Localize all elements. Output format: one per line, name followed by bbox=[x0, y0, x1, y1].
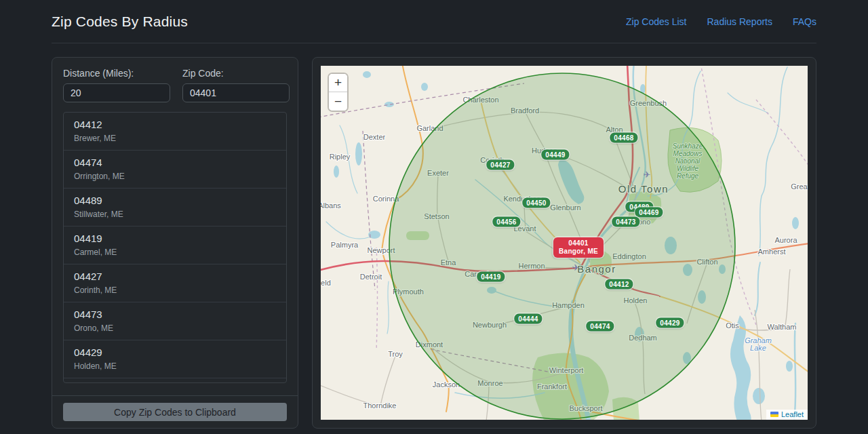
zip-city-text: Holden, ME bbox=[74, 361, 276, 371]
distance-field-group: Distance (Miles): bbox=[63, 68, 170, 102]
center-marker-zip: 04401 bbox=[559, 239, 598, 248]
zip-city-text: Orono, ME bbox=[74, 323, 276, 333]
map[interactable]: CharlestonBradfordGreenbushDexterGarland… bbox=[321, 66, 808, 420]
zip-marker-04401-center[interactable]: 04401Bangor, ME bbox=[553, 237, 604, 258]
zip-code-text: 04412 bbox=[74, 119, 276, 130]
zip-code-text: 04427 bbox=[74, 271, 276, 282]
zip-marker-04429[interactable]: 04429 bbox=[656, 318, 684, 328]
town-label-detroit: Detroit bbox=[360, 273, 382, 281]
zip-marker-04427[interactable]: 04427 bbox=[486, 160, 514, 170]
zip-list[interactable]: 04412Brewer, ME04474Orrington, ME04489St… bbox=[63, 112, 287, 383]
town-label-aurora: Aurora bbox=[774, 236, 797, 244]
app-header: Zip Codes By Radius Zip Codes ListRadius… bbox=[52, 0, 816, 43]
zip-code-text: 04474 bbox=[74, 157, 276, 168]
town-label-pittsfield: Pittsfield bbox=[321, 279, 331, 287]
map-zoom-control: + − bbox=[329, 74, 347, 111]
zip-marker-04468[interactable]: 04468 bbox=[610, 133, 637, 143]
town-label-palmyra: Palmyra bbox=[331, 241, 359, 249]
distance-input[interactable] bbox=[63, 83, 170, 102]
zip-city-text: Corinth, ME bbox=[74, 285, 276, 295]
zip-list-item-04474[interactable]: 04474Orrington, ME bbox=[64, 150, 286, 188]
zip-list-item-04412[interactable]: 04412Brewer, ME bbox=[64, 113, 286, 150]
leaflet-link[interactable]: Leaflet bbox=[781, 410, 804, 418]
search-panel-footer: Copy Zip Codes to Clipboard bbox=[52, 395, 298, 428]
zip-input[interactable] bbox=[182, 83, 290, 102]
zip-list-item-04429[interactable]: 04429Holden, ME bbox=[64, 340, 286, 378]
zip-city-text: Stillwater, ME bbox=[74, 210, 276, 219]
town-label-great: Great bbox=[791, 182, 808, 191]
copy-zip-codes-button[interactable]: Copy Zip Codes to Clipboard bbox=[63, 403, 287, 421]
zip-code-text: 04489 bbox=[74, 195, 276, 206]
zip-field-group: Zip Code: bbox=[182, 68, 290, 102]
nav-link-radius-reports[interactable]: Radius Reports bbox=[707, 16, 772, 27]
search-fields: Distance (Miles): Zip Code: bbox=[52, 58, 298, 109]
nav-link-faqs[interactable]: FAQs bbox=[793, 16, 816, 27]
zip-marker-04473[interactable]: 04473 bbox=[612, 217, 639, 227]
zip-marker-04450[interactable]: 04450 bbox=[522, 198, 550, 208]
search-panel: Distance (Miles): Zip Code: 04412Brewer,… bbox=[52, 57, 298, 429]
main-content: Distance (Miles): Zip Code: 04412Brewer,… bbox=[52, 57, 816, 429]
zip-list-item-04489[interactable]: 04489Stillwater, ME bbox=[64, 188, 286, 226]
map-attribution: Leaflet bbox=[766, 410, 808, 420]
zip-marker-04419[interactable]: 04419 bbox=[477, 272, 505, 282]
zip-marker-04456[interactable]: 04456 bbox=[492, 217, 520, 227]
zip-code-text: 04419 bbox=[74, 233, 276, 244]
zoom-in-button[interactable]: + bbox=[329, 74, 347, 92]
town-label-dexter: Dexter bbox=[363, 133, 386, 141]
zip-marker-04412[interactable]: 04412 bbox=[605, 279, 633, 290]
zoom-out-button[interactable]: − bbox=[329, 92, 347, 111]
zip-city-text: Carmel, ME bbox=[74, 248, 276, 257]
ukraine-flag-icon bbox=[770, 412, 778, 417]
zip-list-item-04419[interactable]: 04419Carmel, ME bbox=[64, 226, 286, 264]
town-label-amherst: Amherst bbox=[758, 248, 786, 256]
zip-list-item-04427[interactable]: 04427Corinth, ME bbox=[64, 264, 286, 302]
zip-marker-04444[interactable]: 04444 bbox=[514, 314, 542, 324]
town-label-waltham: Waltham bbox=[768, 323, 797, 331]
zip-list-item-04473[interactable]: 04473Orono, ME bbox=[64, 302, 286, 340]
zip-city-text: Orrington, ME bbox=[74, 172, 276, 181]
zip-marker-04469[interactable]: 04469 bbox=[635, 208, 663, 218]
zip-marker-04474[interactable]: 04474 bbox=[586, 321, 614, 332]
town-label-thorndike: Thorndike bbox=[363, 401, 397, 410]
main-nav: Zip Codes ListRadius ReportsFAQs bbox=[626, 16, 816, 27]
zip-marker-04449[interactable]: 04449 bbox=[541, 150, 569, 160]
center-marker-city: Bangor, ME bbox=[559, 248, 598, 256]
zip-list-item-partial bbox=[64, 378, 286, 383]
town-label-troy: Troy bbox=[388, 350, 403, 358]
town-label-albans: Albans bbox=[321, 201, 341, 210]
zip-code-text: 04473 bbox=[74, 309, 276, 320]
map-panel: CharlestonBradfordGreenbushDexterGarland… bbox=[312, 57, 816, 429]
town-label-ripley: Ripley bbox=[330, 153, 351, 161]
zip-code-text: 04429 bbox=[74, 347, 276, 358]
town-label-otis: Otis bbox=[726, 321, 739, 330]
nav-link-zip-codes-list[interactable]: Zip Codes List bbox=[626, 16, 686, 27]
zip-label: Zip Code: bbox=[182, 68, 290, 79]
distance-label: Distance (Miles): bbox=[63, 68, 170, 79]
page-title: Zip Codes By Radius bbox=[52, 14, 188, 30]
zip-city-text: Brewer, ME bbox=[74, 134, 276, 143]
